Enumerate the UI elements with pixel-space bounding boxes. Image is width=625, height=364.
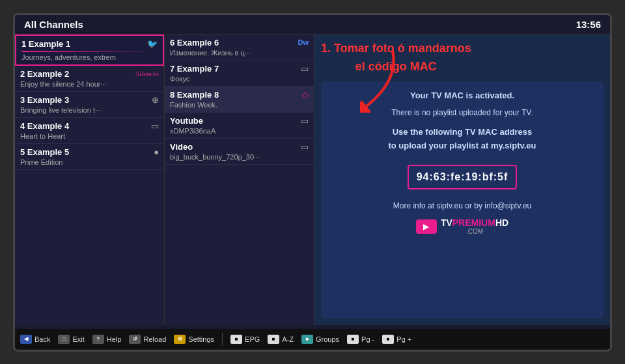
channel-sub-video: big_buck_bunny_720p_30··· (170, 153, 309, 161)
channel-item-6[interactable]: 6 Example 6 Dw Изменение. Жизнь в ц··· (165, 35, 314, 61)
exit-key-icon: □ (58, 335, 70, 344)
channel-item-8[interactable]: 8 Example 8 ◇ Fashion Week. (165, 87, 314, 113)
channel-sub-6: Изменение. Жизнь в ц··· (170, 49, 309, 57)
az-key-icon: ■ (268, 335, 279, 344)
mid-channel-list: 6 Example 6 Dw Изменение. Жизнь в ц··· 7… (165, 35, 314, 325)
pg-plus-key-icon: ■ (382, 335, 394, 344)
channel-icon-video: ▭ (301, 142, 309, 152)
brand-logo-icon (416, 219, 437, 234)
channel-sub-8: Fashion Week. (170, 101, 309, 109)
pg-minus-key-icon: ■ (347, 335, 359, 344)
left-channel-list: 1 Example 1 🐦 Journeys, adventures, extr… (15, 35, 165, 325)
channel-icon-3: ⊕ (152, 95, 159, 105)
tv-frame: All Channels 13:56 1 Example 1 🐦 Journey… (13, 13, 612, 352)
top-bar: All Channels 13:56 (15, 15, 610, 35)
page-title: All Channels (24, 19, 83, 30)
exit-label: Exit (72, 335, 84, 343)
channel-name-youtube: Youtube (170, 116, 203, 126)
channel-icon-7: ▭ (301, 64, 309, 74)
channel-icon-4: ▭ (151, 121, 159, 131)
channel-icon-8: ◇ (302, 90, 309, 100)
channel-item-5[interactable]: 5 Example 5 ● Prime Edition (15, 144, 164, 170)
info-box: Your TV MAC is activated. There is no pl… (321, 81, 604, 318)
info-use-mac-2: to upload your playlist at my.siptv.eu (329, 139, 596, 153)
info-use-mac-1: Use the following TV MAC address (329, 126, 596, 139)
back-key-icon: ◀ (20, 335, 32, 344)
btn-epg[interactable]: ■ EPG (230, 335, 260, 344)
channel-sub-youtube: xDMP3i36naA (170, 127, 309, 135)
channel-name-5: 5 Example 5 (20, 147, 69, 157)
channel-sub-1: Journeys, adventures, extrem (21, 53, 158, 61)
back-label: Back (35, 335, 50, 343)
mac-address: 94:63:fe:19:bf:5f (417, 171, 508, 182)
reload-label: Reload (143, 335, 166, 343)
main-content: 1 Example 1 🐦 Journeys, adventures, extr… (15, 35, 610, 325)
arrow-graphic (360, 48, 464, 113)
btn-settings[interactable]: ⚙ Settings (174, 335, 214, 344)
help-key-icon: ? (92, 335, 104, 344)
groups-label: Groups (316, 335, 339, 343)
channel-name-3: 3 Example 3 (20, 95, 69, 105)
mac-address-box: 94:63:fe:19:bf:5f (408, 165, 518, 189)
btn-pg-minus[interactable]: ■ Pg - (347, 335, 374, 344)
brand-com: .COM (441, 228, 508, 235)
btn-groups[interactable]: ■ Groups (301, 335, 339, 344)
settings-key-icon: ⚙ (174, 335, 186, 344)
brand-area: TVPREMIUMHD .COM (329, 217, 596, 235)
brand-name: TVPREMIUMHD (441, 217, 508, 228)
channel-item-2[interactable]: 2 Example 2 Silencio Enjoy the silence 2… (15, 66, 164, 92)
pg-minus-label: Pg - (361, 335, 374, 343)
channel-sub-5: Prime Edition (20, 158, 159, 166)
channel-item-1[interactable]: 1 Example 1 🐦 Journeys, adventures, extr… (15, 35, 164, 66)
channel-item-3[interactable]: 3 Example 3 ⊕ Bringing live television t… (15, 92, 164, 118)
channel-sub-4: Heart to Heart (20, 132, 159, 140)
channel-name-4: 4 Example 4 (20, 121, 69, 131)
channel-item-4[interactable]: 4 Example 4 ▭ Heart to Heart (15, 118, 164, 144)
channel-icon-youtube: ▭ (301, 116, 309, 126)
channel-sub-2: Enjoy the silence 24 hour··· (20, 80, 159, 88)
channel-name-7: 7 Example 7 (170, 64, 219, 74)
channel-name-video: Video (170, 142, 193, 152)
btn-pg-plus[interactable]: ■ Pg + (382, 335, 411, 344)
epg-key-icon: ■ (230, 335, 242, 344)
channel-item-youtube[interactable]: Youtube ▭ xDMP3i36naA (165, 113, 314, 139)
channel-name-2: 2 Example 2 (20, 69, 69, 79)
channel-icon-6: Dw (298, 38, 309, 46)
clock: 13:56 (576, 19, 601, 30)
btn-exit[interactable]: □ Exit (58, 335, 84, 344)
btn-reload[interactable]: ↺ Reload (129, 335, 166, 344)
epg-label: EPG (245, 335, 260, 343)
help-label: Help (107, 335, 122, 343)
btn-az[interactable]: ■ A-Z (268, 335, 294, 344)
pg-plus-label: Pg + (396, 335, 411, 343)
channel-name-6: 6 Example 6 (170, 38, 219, 48)
channel-name-8: 8 Example 8 (170, 90, 219, 100)
channel-icon-5: ● (154, 147, 159, 157)
separator-1 (222, 333, 223, 346)
channel-sub-7: Фокус (170, 75, 309, 83)
btn-help[interactable]: ? Help (92, 335, 122, 344)
channel-name-1: 1 Example 1 (21, 39, 70, 49)
info-more-info: More info at siptv.eu or by info@siptv.e… (329, 200, 596, 212)
az-label: A-Z (282, 335, 294, 343)
channel-item-7[interactable]: 7 Example 7 ▭ Фокус (165, 61, 314, 87)
right-panel: 1. Tomar foto ó mandarnos el código MAC (314, 35, 610, 325)
btn-back[interactable]: ◀ Back (20, 335, 50, 344)
groups-key-icon: ■ (301, 335, 313, 344)
channel-icon-2: Silencio (136, 70, 159, 77)
channel-sub-3: Bringing live television t··· (20, 106, 159, 114)
selected-indicator (21, 51, 158, 52)
reload-key-icon: ↺ (129, 335, 141, 344)
channel-icon-1: 🐦 (147, 39, 158, 49)
bottom-bar: ◀ Back □ Exit ? Help ↺ Reload ⚙ Settings… (15, 329, 610, 350)
settings-label: Settings (188, 335, 214, 343)
channel-item-video[interactable]: Video ▭ big_buck_bunny_720p_30··· (165, 139, 314, 165)
